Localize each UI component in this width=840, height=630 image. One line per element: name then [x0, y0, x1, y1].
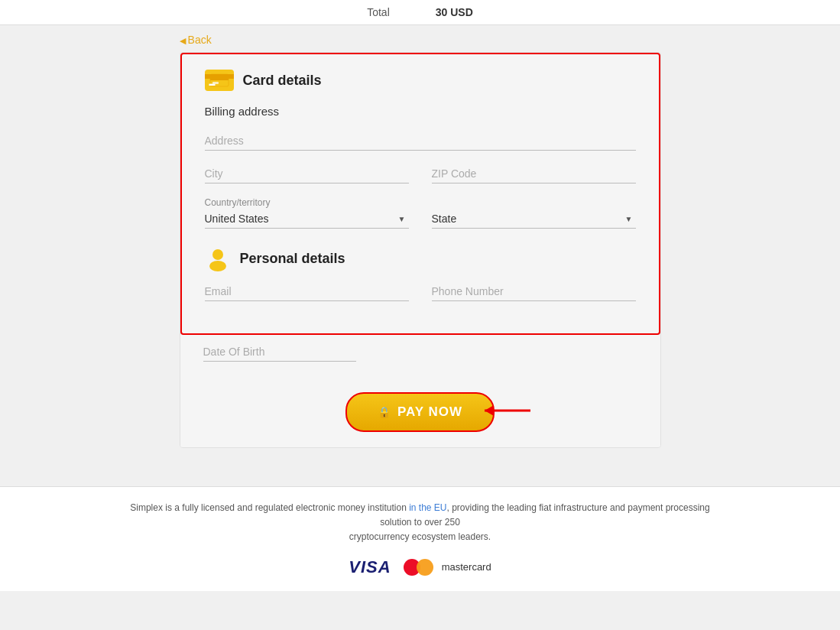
back-link[interactable]: Back: [180, 34, 212, 46]
billing-address-label: Billing address: [205, 105, 636, 118]
svg-point-3: [212, 249, 223, 260]
footer-text-part1: Simplex is a fully licensed and regulate…: [130, 502, 409, 513]
email-input[interactable]: [205, 282, 409, 301]
pay-now-button[interactable]: 🔒 PAY NOW: [345, 392, 495, 432]
lock-icon: 🔒: [378, 406, 391, 418]
pay-now-label: PAY NOW: [397, 404, 462, 420]
svg-rect-2: [212, 82, 219, 84]
address-input[interactable]: [205, 132, 636, 151]
svg-rect-1: [210, 77, 229, 80]
zip-input[interactable]: [432, 164, 636, 183]
card-icon: [205, 70, 234, 91]
svg-point-4: [209, 261, 226, 271]
card-details-title: Card details: [243, 73, 322, 89]
phone-input[interactable]: [432, 282, 636, 301]
state-select[interactable]: State Alabama Alaska Arizona California …: [432, 209, 636, 228]
svg-marker-6: [485, 405, 494, 416]
mastercard-label: mastercard: [442, 561, 491, 573]
city-input[interactable]: [205, 164, 409, 183]
footer-link-eu[interactable]: in the EU: [409, 502, 446, 513]
total-label: Total: [367, 6, 390, 18]
country-label: Country/territory: [205, 197, 409, 208]
dob-input[interactable]: [203, 343, 356, 362]
arrow-indicator: [477, 395, 538, 429]
total-value: 30 USD: [436, 6, 473, 18]
mastercard-logo: mastercard: [404, 559, 491, 576]
footer-text: Simplex is a fully licensed and regulate…: [115, 501, 726, 545]
person-icon: [205, 245, 231, 271]
personal-details-title: Personal details: [240, 251, 345, 267]
visa-logo: VISA: [349, 557, 391, 577]
country-select[interactable]: United States Canada United Kingdom Aust…: [205, 209, 409, 228]
